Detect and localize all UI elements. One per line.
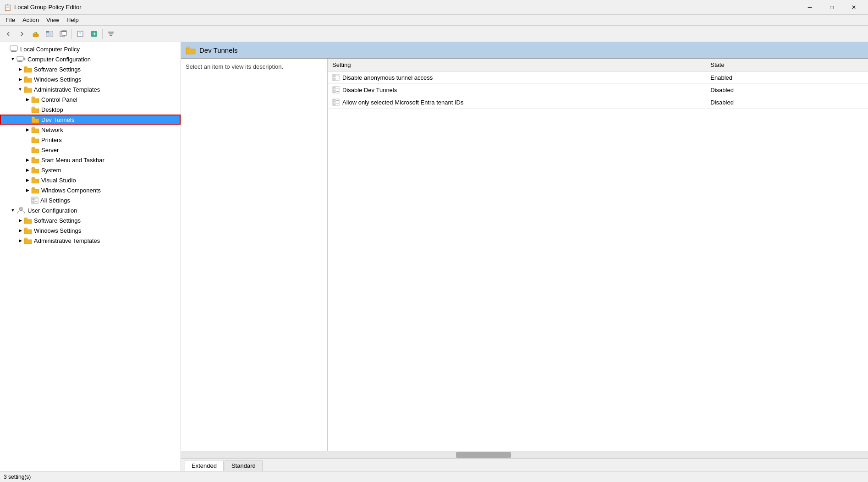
right-bottom: Extended Standard <box>181 451 868 471</box>
status-text: 3 setting(s) <box>4 474 31 480</box>
expander-cc[interactable] <box>9 55 16 63</box>
expander-cp[interactable] <box>24 96 31 103</box>
expander-as <box>24 197 31 204</box>
folder-icon-uc-sw <box>24 217 32 224</box>
up-button[interactable] <box>29 27 42 40</box>
tree-windows-components[interactable]: Windows Components <box>0 185 181 195</box>
menu-help[interactable]: Help <box>63 16 82 24</box>
tree-root[interactable]: Local Computer Policy <box>0 44 181 54</box>
svg-text:?: ? <box>79 32 81 36</box>
table-row[interactable]: Disable Dev Tunnels Disabled <box>328 84 868 96</box>
tree-cc-software[interactable]: Software Settings <box>0 64 181 74</box>
new-window-button[interactable] <box>57 27 70 40</box>
tab-standard[interactable]: Standard <box>225 460 263 471</box>
filter-button[interactable] <box>104 27 117 40</box>
expander-uc[interactable] <box>9 207 16 214</box>
tree-system[interactable]: System <box>0 165 181 175</box>
tree-control-panel[interactable]: Control Panel <box>0 94 181 104</box>
folder-icon-uc-at <box>24 237 32 244</box>
tree-uc-windows-settings[interactable]: Windows Settings <box>0 225 181 236</box>
expander-root <box>2 45 9 53</box>
show-scope-button[interactable] <box>43 27 56 40</box>
setting-name-cell: Allow only selected Microsoft Entra tena… <box>332 99 701 106</box>
tree-panel: Local Computer Policy Computer Configura… <box>0 42 181 471</box>
maximize-button[interactable]: □ <box>821 0 842 15</box>
uc-at-label: Administrative Templates <box>34 237 100 244</box>
expander-cc-at[interactable] <box>16 86 24 93</box>
tree-all-settings[interactable]: All Settings <box>0 195 181 205</box>
description-text: Select an item to view its description. <box>186 63 283 70</box>
folder-icon-vs <box>31 176 39 184</box>
cc-ws-label: Windows Settings <box>34 76 81 83</box>
tree-cc-windows-settings[interactable]: Windows Settings <box>0 74 181 84</box>
svg-rect-12 <box>11 51 16 52</box>
menu-file[interactable]: File <box>2 16 19 24</box>
folder-icon-sm <box>31 156 39 164</box>
setting-state: Disabled <box>706 96 868 109</box>
scrollbar-thumb[interactable] <box>456 452 511 458</box>
tree-server[interactable]: Server <box>0 145 181 155</box>
expander-uc-ws[interactable] <box>16 227 24 234</box>
col-state[interactable]: State <box>706 59 868 71</box>
header-folder-icon <box>186 46 196 55</box>
cc-at-label: Administrative Templates <box>34 86 100 93</box>
menu-action[interactable]: Action <box>19 16 43 24</box>
setting-name: Disable Dev Tunnels <box>342 87 397 93</box>
svg-rect-35 <box>333 99 335 102</box>
svg-rect-0 <box>33 34 38 37</box>
server-label: Server <box>41 147 59 153</box>
folder-icon-net <box>31 126 39 133</box>
export-button[interactable] <box>88 27 100 40</box>
status-bar: 3 setting(s) <box>0 471 868 482</box>
svg-rect-19 <box>33 201 34 203</box>
tree-computer-config[interactable]: Computer Configuration <box>0 54 181 64</box>
expander-net[interactable] <box>24 126 31 133</box>
svg-rect-16 <box>24 58 25 60</box>
table-row[interactable]: Allow only selected Microsoft Entra tena… <box>328 96 868 109</box>
scrollbar-area[interactable] <box>181 451 868 458</box>
tab-extended[interactable]: Extended <box>185 460 224 471</box>
tree-visual-studio[interactable]: Visual Studio <box>0 175 181 185</box>
tree-user-config[interactable]: User Configuration <box>0 205 181 215</box>
vs-label: Visual Studio <box>41 177 76 184</box>
expander-sm[interactable] <box>24 156 31 164</box>
tree-network[interactable]: Network <box>0 125 181 135</box>
tree-dev-tunnels[interactable]: Dev Tunnels <box>0 115 181 125</box>
expander-uc-at[interactable] <box>16 237 24 244</box>
setting-icon <box>332 86 340 93</box>
properties-button[interactable]: ? <box>74 27 87 40</box>
folder-icon-uc-ws <box>24 227 32 234</box>
expander-wc[interactable] <box>24 186 31 194</box>
close-button[interactable]: ✕ <box>843 0 864 15</box>
folder-icon-cc-at <box>24 86 32 93</box>
expander-cc-sw[interactable] <box>16 66 24 73</box>
expander-sys[interactable] <box>24 166 31 174</box>
expander-cc-ws[interactable] <box>16 76 24 83</box>
right-content: Select an item to view its description. … <box>181 59 868 451</box>
tree-uc-software[interactable]: Software Settings <box>0 215 181 225</box>
computer-icon <box>9 45 18 53</box>
expander-vs[interactable] <box>24 176 31 184</box>
tree-printers[interactable]: Printers <box>0 135 181 145</box>
sm-label: Start Menu and Taskbar <box>41 157 104 164</box>
table-row[interactable]: Disable anonymous tunnel access Enabled <box>328 71 868 84</box>
menu-view[interactable]: View <box>43 16 63 24</box>
tree-uc-admin-templates[interactable]: Administrative Templates <box>0 236 181 246</box>
tree-desktop[interactable]: Desktop <box>0 104 181 115</box>
folder-icon-cc-sw <box>24 66 32 73</box>
tree-start-menu[interactable]: Start Menu and Taskbar <box>0 155 181 165</box>
svg-rect-30 <box>333 87 335 89</box>
folder-icon-sys <box>31 166 39 174</box>
folder-icon-server <box>31 146 39 153</box>
dt-label: Dev Tunnels <box>41 116 74 123</box>
tree-cc-admin-templates[interactable]: Administrative Templates <box>0 84 181 94</box>
svg-rect-3 <box>46 31 49 33</box>
folder-icon-cc-ws <box>24 76 32 83</box>
title-bar-text: Local Group Policy Editor <box>14 4 82 11</box>
col-setting[interactable]: Setting <box>328 59 706 71</box>
forward-button[interactable] <box>16 27 28 40</box>
expander-uc-sw[interactable] <box>16 217 24 224</box>
minimize-button[interactable]: ─ <box>799 0 820 15</box>
toolbar: ? <box>0 26 868 42</box>
back-button[interactable] <box>2 27 15 40</box>
